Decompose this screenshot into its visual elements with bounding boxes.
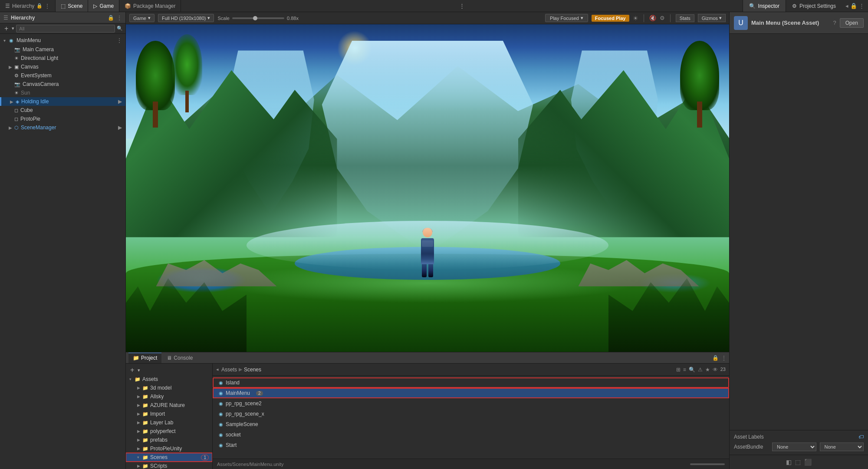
folder-protopieunity[interactable]: ▶ 📁 ProtoPieUnity xyxy=(126,444,212,453)
scenemanager-more[interactable]: ▶ xyxy=(118,125,122,131)
tab-project[interactable]: 📁 Project xyxy=(128,353,161,363)
file-item-socket[interactable]: ◉ socket xyxy=(213,430,729,440)
char-legs xyxy=(422,264,433,277)
hierarchy-item-scenemanager[interactable]: ▶ ⬡ SceneManager ▶ xyxy=(0,123,125,132)
hierarchy-lock-icon[interactable]: 🔒 xyxy=(108,15,114,21)
file-icon-grid[interactable]: ⊞ xyxy=(676,367,681,373)
inspector-help-icons: ? xyxy=(833,20,836,26)
resolution-dropdown[interactable]: Full HD (1920x1080) ▾ xyxy=(158,14,214,22)
asset-menu-arrow[interactable]: ▾ xyxy=(138,367,140,373)
audio-settings-icon[interactable]: ⚙ xyxy=(660,15,665,21)
file-panel-arrow[interactable]: ◂ xyxy=(216,367,219,372)
asset-bundle-label: AssetBundle xyxy=(734,444,769,450)
layerlab-folder-icon: 📁 xyxy=(142,420,148,426)
sun-settings-icon[interactable]: ☀ xyxy=(633,15,638,22)
file-icon-visible[interactable]: 👁 xyxy=(713,367,718,373)
hierarchy-item-cube[interactable]: ◻ Cube xyxy=(0,106,125,115)
folder-scripts[interactable]: ▶ 📁 SCripts xyxy=(126,462,212,469)
bottom-menu-icon[interactable]: ⋮ xyxy=(721,355,727,361)
tab-project-settings[interactable]: ⚙ Project Settings xyxy=(786,0,842,12)
inspector-panel: U Main Menu (Scene Asset) ? Open Asset L… xyxy=(729,12,868,469)
file-icon-favorite[interactable]: ★ xyxy=(705,367,710,373)
layerlab-label: Layer Lab xyxy=(150,420,173,426)
inspector-question-icon[interactable]: ? xyxy=(833,20,836,26)
folder-allsky[interactable]: ▶ 📁 Allsky xyxy=(126,392,212,401)
assets-root-label: Assets xyxy=(142,376,158,382)
file-icon-list[interactable]: ≡ xyxy=(683,367,686,373)
hierarchy-item-eventsystem[interactable]: ⚙ EventSystem xyxy=(0,71,125,80)
breadcrumb-sep: ▶ xyxy=(239,367,242,372)
sample-scene-icon: ◉ xyxy=(219,422,223,427)
hierarchy-dropdown-arrow[interactable]: ▾ xyxy=(12,26,14,31)
asset-labels-edit-icon[interactable]: 🏷 xyxy=(858,434,864,440)
status-zoom-slider[interactable] xyxy=(690,463,725,465)
folder-layerlab[interactable]: ▶ 📁 Layer Lab xyxy=(126,418,212,427)
game-view-dropdown[interactable]: Game ▾ xyxy=(129,14,155,22)
tab-hierarchy[interactable]: ☰ Hierarchy 🔒 ⋮ xyxy=(0,0,56,12)
hierarchy-search-icon[interactable]: 🔍 xyxy=(117,26,123,31)
play-focused-button[interactable]: Play Focused ▾ xyxy=(545,14,588,22)
file-icon-warning[interactable]: ⚠ xyxy=(698,367,703,373)
scenemanager-label: SceneManager xyxy=(21,125,56,131)
folder-polyperfect[interactable]: ▶ 📁 polyperfect xyxy=(126,427,212,436)
file-item-island[interactable]: ◉ Island xyxy=(213,377,729,388)
inspector-open-button[interactable]: Open xyxy=(840,18,864,28)
breadcrumb-current[interactable]: Scenes xyxy=(244,367,261,373)
asset-add-btn[interactable]: + xyxy=(128,365,136,375)
mute-icon[interactable]: 🔇 xyxy=(649,15,656,21)
tab-scene[interactable]: ⬚ Scene xyxy=(56,0,88,12)
hierarchy-menu-icon[interactable]: ⋮ xyxy=(117,15,122,21)
tree-left-2 xyxy=(174,34,200,112)
assets-root-item[interactable]: ▾ 📁 Assets xyxy=(126,375,212,384)
tab-inspector[interactable]: 🔍 Inspector xyxy=(743,0,786,12)
hierarchy-item-sun[interactable]: ☀ Sun xyxy=(0,89,125,97)
hierarchy-item-holding-idle[interactable]: ▶ ◈ Holding Idle ▶ xyxy=(0,97,125,106)
sun-icon: ☀ xyxy=(14,90,19,96)
tab-package-manager[interactable]: 📦 Package Manager xyxy=(119,0,181,12)
file-item-pp2[interactable]: ◉ pp_rpg_scene2 xyxy=(213,398,729,409)
holding-idle-more[interactable]: ▶ xyxy=(118,98,122,105)
game-dropdown-label: Game xyxy=(133,16,146,21)
bottom-lock-icon[interactable]: 🔒 xyxy=(712,355,719,361)
tab-console[interactable]: 🖥 Console xyxy=(162,353,197,363)
file-item-ppx[interactable]: ◉ pp_rpg_scene_x xyxy=(213,409,729,419)
center-area: Game ▾ Full HD (1920x1080) ▾ Scale 0.88x… xyxy=(126,12,729,469)
hierarchy-scene-root[interactable]: ▾ ◉ MainMenu ⋮ xyxy=(0,36,125,45)
gizmos-label: Gizmos xyxy=(702,16,718,21)
hierarchy-search-input[interactable] xyxy=(16,25,115,33)
stats-button[interactable]: Stats xyxy=(676,14,694,22)
folder-3dmodel[interactable]: ▶ 📁 3d model xyxy=(126,384,212,392)
hierarchy-item-protopie[interactable]: ◻ ProtoPie xyxy=(0,115,125,123)
menu-dots-hierarchy[interactable]: ⋮ xyxy=(45,3,50,9)
inspector-bottom-icon-2[interactable]: ⬚ xyxy=(795,459,801,466)
breadcrumb-root[interactable]: Assets xyxy=(221,367,237,373)
hierarchy-item-canvas[interactable]: ▶ ▣ Canvas xyxy=(0,62,125,71)
folder-scenes[interactable]: ▾ 📁 Scenes 1 xyxy=(126,453,212,462)
tab-game[interactable]: ▷ Game xyxy=(88,0,119,12)
top-right-controls[interactable]: ◂ 🔒 ⋮ xyxy=(842,3,868,9)
scale-slider[interactable] xyxy=(232,17,284,19)
file-item-mainmenu[interactable]: ◉ MainMenu 2 xyxy=(213,388,729,398)
gizmos-button[interactable]: Gizmos ▾ xyxy=(698,14,726,22)
file-item-start[interactable]: ◉ Start xyxy=(213,440,729,450)
inspector-bottom-icon-3[interactable]: ⬛ xyxy=(804,459,812,466)
inspector-bottom-icon-1[interactable]: ◧ xyxy=(786,459,792,466)
asset-bundle-select-2[interactable]: None xyxy=(820,443,864,451)
file-item-samplescene[interactable]: ◉ SampleScene xyxy=(213,419,729,430)
scene-root-more[interactable]: ⋮ xyxy=(117,37,122,43)
file-icon-search[interactable]: 🔍 xyxy=(689,367,695,373)
prefabs-arrow: ▶ xyxy=(137,438,141,442)
prefabs-label: prefabs xyxy=(150,437,168,443)
hierarchy-item-directional-light[interactable]: ☀ Directional Light xyxy=(0,54,125,62)
folder-prefabs[interactable]: ▶ 📁 prefabs xyxy=(126,436,212,444)
dir-light-icon: ☀ xyxy=(14,56,19,61)
hierarchy-item-canvascamera[interactable]: 📷 CanvasCamera xyxy=(0,80,125,89)
bottom-panel-controls: 🔒 ⋮ xyxy=(712,355,727,361)
folder-azure-nature[interactable]: ▶ 📁 AZURE Nature xyxy=(126,401,212,410)
hierarchy-item-main-camera[interactable]: 📷 Main Camera xyxy=(0,45,125,54)
tab-bar-more[interactable]: ⋮ xyxy=(456,3,468,9)
asset-bundle-select-1[interactable]: None xyxy=(772,443,816,451)
hierarchy-add-btn[interactable]: + xyxy=(3,24,10,33)
folder-import[interactable]: ▶ 📁 Import xyxy=(126,410,212,418)
game-character xyxy=(414,228,441,280)
